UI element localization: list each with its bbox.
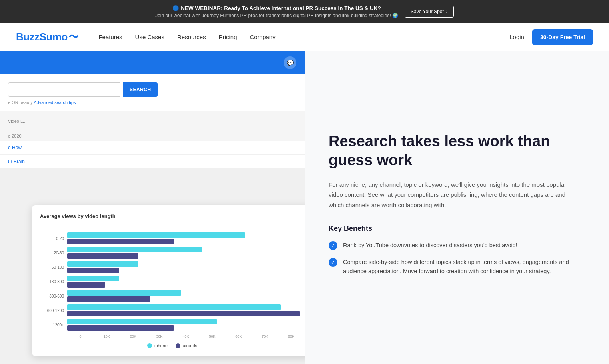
app-chat-icon: 💬: [284, 56, 296, 69]
benefit-check-1: ✓: [329, 241, 337, 250]
x-label-60k: 60K: [225, 334, 252, 338]
bar-purple: [67, 239, 174, 244]
logo-wave: 〜: [68, 30, 79, 44]
bar-purple: [67, 268, 119, 273]
x-label-80k: 80K: [278, 334, 304, 338]
bar-row-300-600: 300-600: [40, 290, 304, 302]
app-top-bar: 💬: [0, 51, 304, 74]
benefit-item-2: ✓ Compare side-by-side how different top…: [329, 258, 577, 276]
x-label-40k: 40K: [173, 334, 199, 338]
app-search-area: SEARCH e OR beauty Advanced search tips: [0, 74, 304, 111]
legend-airpods: airpods: [176, 343, 197, 348]
bar-row-600-1200: 600-1200: [40, 304, 304, 316]
row-title-1: e How: [8, 145, 296, 150]
bar-cyan: [67, 290, 181, 296]
banner-subtitle: Join our webinar with Journey Further's …: [155, 13, 398, 18]
benefit-text-2: Compare side-by-side how different topic…: [343, 258, 577, 276]
chart-card: Average views by video length 0-20 20-60: [32, 205, 304, 356]
section-description: For any niche, any channel, topic or key…: [329, 180, 577, 210]
bar-label: 180-300: [40, 280, 64, 284]
bars-600-1200: [67, 304, 304, 316]
x-axis: 0 10K 20K 30K 40K 50K 60K 70K 80K: [67, 331, 304, 338]
bars-20-60: [67, 247, 304, 259]
x-label-50k: 50K: [199, 334, 225, 338]
right-panel: Research takes less work than guess work…: [304, 51, 609, 364]
nav-company[interactable]: Company: [250, 34, 276, 40]
bars-1200plus: [67, 319, 304, 331]
bar-label: 20-60: [40, 251, 64, 255]
trial-button[interactable]: 30-Day Free Trial: [532, 29, 593, 45]
nav-features[interactable]: Features: [98, 34, 122, 40]
bar-row-0-20: 0-20: [40, 232, 304, 244]
bar-purple: [67, 325, 174, 331]
x-label-30k: 30K: [146, 334, 173, 338]
save-spot-button[interactable]: Save Your Spot ›: [405, 6, 454, 18]
legend-dot-airpods: [176, 343, 180, 348]
banner-text: 🔵 NEW WEBINAR: Ready To Achieve Internat…: [155, 5, 398, 18]
bar-label: 1200+: [40, 323, 64, 327]
x-label-10k: 10K: [94, 334, 120, 338]
app-date-label: e 2020: [0, 131, 304, 141]
bar-purple: [67, 296, 150, 302]
save-spot-arrow: ›: [446, 9, 448, 14]
chart-divider: [40, 226, 304, 226]
table-row: ur Brain: [0, 155, 304, 169]
banner-emoji: 🔵: [172, 5, 179, 11]
legend-dot-iphone: [147, 343, 152, 348]
app-search-bar: SEARCH: [8, 82, 296, 97]
banner-heading: NEW WEBINAR: Ready To Achieve Internatio…: [181, 5, 381, 11]
logo-text: BuzzSumo〜: [16, 30, 78, 44]
app-search-button[interactable]: SEARCH: [123, 82, 158, 97]
search-hint-text: e OR beauty: [8, 100, 33, 105]
main-content: 💬 SEARCH e OR beauty Advanced search tip…: [0, 51, 609, 364]
bar-chart: 0-20 20-60 60-180: [40, 232, 304, 331]
x-label-20k: 20K: [120, 334, 146, 338]
row-title-2: ur Brain: [8, 159, 296, 164]
bar-purple: [67, 253, 138, 259]
key-benefits-title: Key Benefits: [329, 224, 577, 233]
section-heading: Research takes less work than guess work: [329, 132, 577, 170]
chart-legend: iphone airpods: [40, 343, 304, 348]
navbar-right: Login 30-Day Free Trial: [509, 29, 593, 45]
navbar-left: BuzzSumo〜 Features Use Cases Resources P…: [16, 30, 276, 44]
app-search-input[interactable]: [8, 82, 120, 97]
nav-links: Features Use Cases Resources Pricing Com…: [98, 34, 275, 40]
nav-use-cases[interactable]: Use Cases: [135, 34, 164, 40]
banner-title: 🔵 NEW WEBINAR: Ready To Achieve Internat…: [172, 5, 381, 11]
legend-iphone: iphone: [147, 343, 168, 348]
legend-label-airpods: airpods: [183, 343, 197, 348]
bar-cyan: [67, 304, 281, 310]
search-hint-link[interactable]: Advanced search tips: [34, 100, 76, 105]
table-row: e How: [0, 141, 304, 155]
bars-300-600: [67, 290, 304, 302]
top-banner: 🔵 NEW WEBINAR: Ready To Achieve Internat…: [0, 0, 609, 23]
bar-purple: [67, 282, 105, 288]
app-columns-area: Video L...: [0, 111, 304, 131]
legend-label-iphone: iphone: [154, 343, 168, 348]
benefit-text-1: Rank by YouTube downvotes to discover di…: [343, 241, 517, 250]
bar-label: 600-1200: [40, 308, 64, 313]
bar-row-1200plus: 1200+: [40, 319, 304, 331]
bars-180-300: [67, 276, 304, 288]
bar-label: 60-180: [40, 265, 64, 270]
bar-label: 300-600: [40, 294, 64, 298]
nav-pricing[interactable]: Pricing: [219, 34, 237, 40]
bar-cyan: [67, 319, 217, 324]
ui-screenshot: 💬 SEARCH e OR beauty Advanced search tip…: [0, 51, 304, 364]
bar-cyan: [67, 247, 202, 252]
x-label-0: 0: [67, 334, 94, 338]
nav-resources[interactable]: Resources: [177, 34, 206, 40]
chart-title: Average views by video length: [40, 213, 304, 219]
bar-cyan: [67, 261, 138, 267]
x-label-70k: 70K: [252, 334, 278, 338]
bar-cyan: [67, 276, 119, 281]
bar-label: 0-20: [40, 236, 64, 241]
bars-60-180: [67, 261, 304, 273]
search-hint: e OR beauty Advanced search tips: [8, 100, 296, 105]
login-button[interactable]: Login: [509, 34, 524, 40]
logo[interactable]: BuzzSumo〜: [16, 30, 78, 44]
bar-row-60-180: 60-180: [40, 261, 304, 273]
app-col-video: Video L...: [8, 119, 26, 124]
save-spot-label: Save Your Spot: [411, 9, 444, 14]
bar-cyan: [67, 232, 245, 238]
